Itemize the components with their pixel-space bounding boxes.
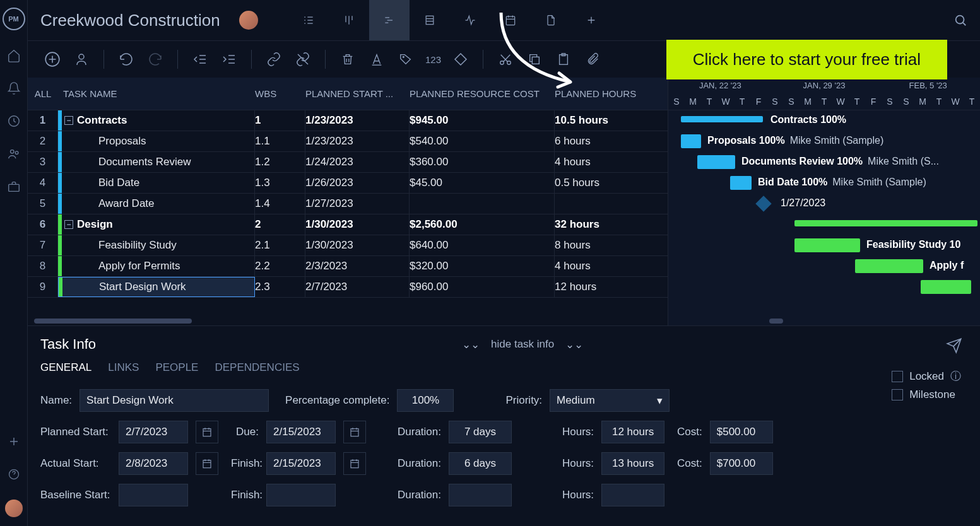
link-button[interactable]: [264, 50, 283, 69]
unlink-button[interactable]: [293, 50, 312, 69]
actual-cost-input[interactable]: [710, 452, 773, 475]
copy-button[interactable]: [525, 50, 544, 69]
undo-button[interactable]: [117, 50, 136, 69]
calendar-icon[interactable]: [343, 421, 366, 443]
people-icon[interactable]: [6, 146, 21, 161]
search-icon[interactable]: [953, 13, 967, 27]
toolbar: 123 Click here to start your free trial: [28, 41, 980, 78]
col-start[interactable]: PLANNED START ...: [305, 88, 410, 99]
tag-button[interactable]: [396, 50, 415, 69]
calendar-icon[interactable]: [196, 421, 218, 443]
col-hours[interactable]: PLANNED HOURS: [555, 88, 662, 99]
col-name[interactable]: TASK NAME: [58, 88, 255, 99]
table-row[interactable]: 4 Bid Date 1.31/26/2023$45.000.5 hours: [28, 173, 668, 194]
calendar-icon[interactable]: [343, 452, 366, 475]
help-icon[interactable]: [6, 467, 21, 482]
priority-select[interactable]: Medium▾: [550, 389, 670, 412]
table-row[interactable]: 9 Start Design Work 2.32/7/2023$960.0012…: [28, 277, 668, 298]
activity-view-tab[interactable]: [450, 0, 490, 40]
collapse-icon[interactable]: −: [64, 220, 73, 229]
cut-button[interactable]: [496, 50, 515, 69]
task-info-tab[interactable]: DEPENDENCIES: [215, 361, 299, 374]
file-view-tab[interactable]: [531, 0, 571, 40]
table-row[interactable]: 8 Apply for Permits 2.22/3/2023$320.004 …: [28, 256, 668, 277]
baseline-start-input[interactable]: [119, 484, 188, 506]
outdent-button[interactable]: [191, 50, 210, 69]
add-icon[interactable]: [6, 434, 21, 449]
gantt-body[interactable]: Contracts 100%Proposals 100%Mike Smith (…: [668, 110, 980, 317]
svg-rect-18: [203, 460, 211, 468]
grid-scrollbar[interactable]: [28, 317, 668, 325]
svg-rect-19: [351, 460, 358, 468]
send-icon[interactable]: [946, 337, 962, 354]
actual-duration-input[interactable]: [449, 452, 512, 475]
board-view-tab[interactable]: [329, 0, 369, 40]
planned-duration-input[interactable]: [449, 421, 512, 443]
number-button[interactable]: 123: [425, 50, 441, 69]
add-task-button[interactable]: [43, 50, 62, 69]
notifications-icon[interactable]: [6, 81, 21, 96]
name-input[interactable]: [80, 389, 269, 412]
svg-rect-6: [506, 16, 514, 25]
user-avatar-small[interactable]: [5, 500, 23, 517]
table-row[interactable]: 5 Award Date 1.41/27/2023: [28, 194, 668, 214]
actual-hours-input[interactable]: [601, 452, 664, 475]
info-icon[interactable]: ⓘ: [950, 369, 961, 383]
main-area: Creekwood Construction 123: [28, 0, 980, 526]
assign-button[interactable]: [72, 50, 91, 69]
milestone-checkbox[interactable]: [892, 389, 903, 400]
finish-label: Finish:: [231, 489, 259, 501]
project-avatar[interactable]: [239, 11, 258, 30]
planned-start-input[interactable]: [119, 421, 188, 443]
baseline-finish-input[interactable]: [266, 484, 336, 506]
list-view-tab[interactable]: [288, 0, 329, 40]
home-icon[interactable]: [6, 48, 21, 63]
col-wbs[interactable]: WBS: [255, 88, 305, 99]
task-info-tab[interactable]: PEOPLE: [155, 361, 198, 374]
delete-button[interactable]: [338, 50, 357, 69]
milestone-button[interactable]: [451, 50, 470, 69]
col-all[interactable]: ALL: [28, 88, 58, 99]
svg-point-1: [10, 150, 14, 154]
baseline-duration-input[interactable]: [449, 484, 512, 506]
table-row[interactable]: 3 Documents Review 1.21/24/2023$360.004 …: [28, 152, 668, 173]
briefcase-icon[interactable]: [6, 179, 21, 194]
col-cost[interactable]: PLANNED RESOURCE COST: [410, 88, 555, 99]
gantt-view-tab[interactable]: [369, 0, 410, 40]
actual-finish-input[interactable]: [266, 452, 336, 475]
chevron-down-icon: ▾: [657, 394, 663, 407]
task-info-tab[interactable]: LINKS: [108, 361, 139, 374]
collapse-icon[interactable]: −: [64, 116, 73, 125]
baseline-hours-input[interactable]: [601, 484, 664, 506]
locked-checkbox[interactable]: [892, 371, 903, 382]
table-row[interactable]: 2 Proposals 1.11/23/2023$540.006 hours: [28, 131, 668, 152]
font-button[interactable]: [367, 50, 386, 69]
clock-icon[interactable]: [6, 114, 21, 129]
actual-start-input[interactable]: [119, 452, 188, 475]
task-info-tab[interactable]: GENERAL: [40, 361, 92, 374]
gantt-scrollbar[interactable]: [668, 317, 980, 325]
content-area: ALL TASK NAME WBS PLANNED START ... PLAN…: [28, 78, 980, 325]
due-input[interactable]: [266, 421, 336, 443]
calendar-icon[interactable]: [196, 452, 218, 475]
app-logo[interactable]: PM: [3, 8, 25, 30]
duration-label: Duration:: [398, 489, 441, 501]
duration-label: Duration:: [398, 457, 441, 470]
add-view-tab[interactable]: [571, 0, 611, 40]
hours-label: Hours:: [562, 457, 594, 470]
pct-input[interactable]: [397, 389, 454, 412]
table-row[interactable]: 1 −Contracts 11/23/2023$945.0010.5 hours: [28, 110, 668, 131]
attach-button[interactable]: [583, 50, 602, 69]
planned-hours-input[interactable]: [601, 421, 664, 443]
calendar-view-tab[interactable]: [490, 0, 531, 40]
paste-button[interactable]: [554, 50, 573, 69]
indent-button[interactable]: [220, 50, 239, 69]
table-row[interactable]: 7 Feasibility Study 2.11/30/2023$640.008…: [28, 235, 668, 256]
planned-cost-input[interactable]: [710, 421, 773, 443]
task-info-title: Task Info: [40, 336, 96, 353]
cta-banner[interactable]: Click here to start your free trial: [666, 40, 947, 79]
redo-button[interactable]: [146, 50, 165, 69]
sheet-view-tab[interactable]: [410, 0, 450, 40]
table-row[interactable]: 6 −Design 21/30/2023$2,560.0032 hours: [28, 214, 668, 235]
hide-task-info[interactable]: ⌄⌄ hide task info ⌄⌄: [462, 338, 583, 351]
